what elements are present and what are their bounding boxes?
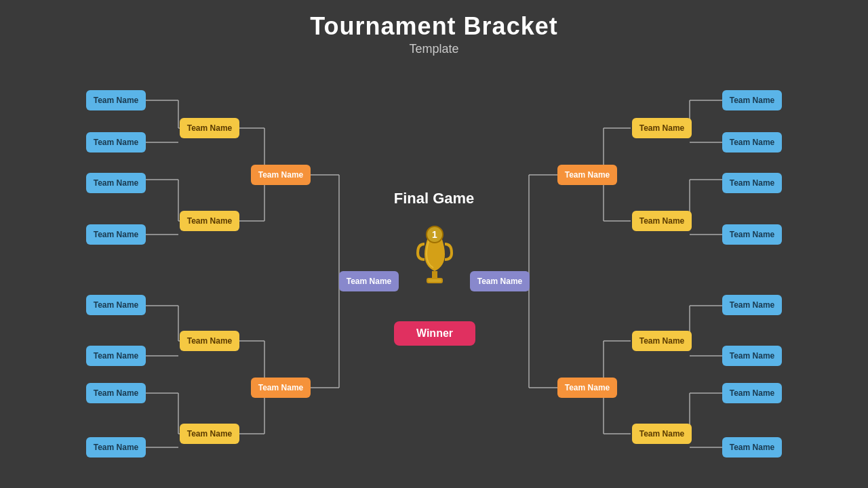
team-l4-r1[interactable]: Team Name <box>86 224 146 245</box>
team-r-quarter2[interactable]: Team Name <box>557 378 617 398</box>
team-l6-r1[interactable]: Team Name <box>86 346 146 366</box>
team-l3-r2[interactable]: Team Name <box>180 331 239 351</box>
team-l2-r1[interactable]: Team Name <box>86 132 146 152</box>
team-r2-r2[interactable]: Team Name <box>632 211 692 231</box>
team-l4-r2[interactable]: Team Name <box>180 424 239 444</box>
team-r2-r1[interactable]: Team Name <box>722 132 782 152</box>
team-r1-r2[interactable]: Team Name <box>632 118 692 138</box>
team-l2-r2[interactable]: Team Name <box>180 211 239 231</box>
team-l-quarter2[interactable]: Team Name <box>251 378 311 398</box>
team-r6-r1[interactable]: Team Name <box>722 346 782 366</box>
team-l1-r2[interactable]: Team Name <box>180 118 239 138</box>
team-r5-r1[interactable]: Team Name <box>722 295 782 315</box>
team-l7-r1[interactable]: Team Name <box>86 383 146 403</box>
trophy-badge: 1 <box>426 226 443 243</box>
finalist-right[interactable]: Team Name <box>470 271 530 291</box>
page-title: Tournament Bracket Template <box>0 0 868 56</box>
team-r1-r1[interactable]: Team Name <box>722 90 782 110</box>
team-r4-r2[interactable]: Team Name <box>632 424 692 444</box>
main-title: Tournament Bracket <box>0 12 868 41</box>
team-l-quarter[interactable]: Team Name <box>251 165 311 185</box>
team-l3-r1[interactable]: Team Name <box>86 173 146 193</box>
subtitle: Template <box>0 42 868 56</box>
team-r-quarter[interactable]: Team Name <box>557 165 617 185</box>
svg-rect-63 <box>428 279 441 282</box>
team-r3-r2[interactable]: Team Name <box>632 331 692 351</box>
team-r7-r1[interactable]: Team Name <box>722 383 782 403</box>
team-r4-r1[interactable]: Team Name <box>722 224 782 245</box>
team-r8-r1[interactable]: Team Name <box>722 437 782 458</box>
finalist-left[interactable]: Team Name <box>339 271 399 291</box>
final-game-label: Final Game <box>366 190 502 207</box>
team-l1-r1[interactable]: Team Name <box>86 90 146 110</box>
team-l5-r1[interactable]: Team Name <box>86 295 146 315</box>
team-r3-r1[interactable]: Team Name <box>722 173 782 193</box>
team-l8-r1[interactable]: Team Name <box>86 437 146 458</box>
winner-box[interactable]: Winner <box>394 321 475 346</box>
trophy-container: 1 <box>411 227 458 295</box>
